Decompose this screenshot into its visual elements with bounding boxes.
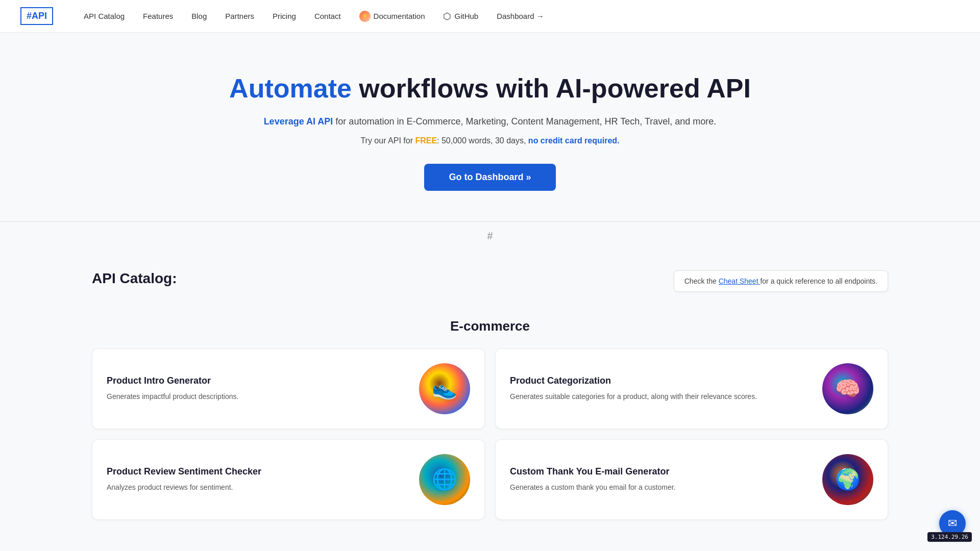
trial-nocredit: no credit card required.	[528, 136, 620, 145]
card-product-review-image: 🌐	[419, 454, 470, 505]
nav-pricing[interactable]: Pricing	[273, 12, 296, 20]
catalog-title: API Catalog:	[92, 270, 177, 287]
go-to-dashboard-button[interactable]: Go to Dashboard »	[424, 164, 555, 191]
hero-title-accent: Automate	[229, 73, 352, 103]
nav-github[interactable]: ⬡ GitHub	[443, 11, 478, 22]
card-product-review[interactable]: Product Review Sentiment Checker Analyze…	[92, 439, 485, 520]
dashboard-label: Dashboard →	[497, 12, 544, 20]
hero-section: Automate workflows with AI-powered API L…	[0, 33, 980, 221]
cheatsheet-notice: Check the Cheat Sheet for a quick refere…	[674, 270, 888, 292]
docs-label: Documentation	[374, 12, 425, 20]
nav-blog[interactable]: Blog	[191, 12, 207, 20]
divider-hash: #	[487, 230, 493, 242]
section-divider: #	[0, 221, 980, 250]
cheatsheet-suffix: for a quick reference to all endpoints.	[760, 277, 877, 285]
docs-icon: ⚡	[359, 11, 371, 22]
nav-contact[interactable]: Contact	[314, 12, 341, 20]
trial-middle: : 50,000 words, 30 days,	[437, 136, 528, 145]
ecommerce-section: E-commerce Product Intro Generator Gener…	[0, 318, 980, 540]
card-custom-thankyou[interactable]: Custom Thank You E-mail Generator Genera…	[495, 439, 888, 520]
hero-subtitle-rest: for automation in E-Commerce, Marketing,…	[333, 116, 716, 127]
card-custom-thankyou-title: Custom Thank You E-mail Generator	[510, 466, 812, 477]
card-product-intro[interactable]: Product Intro Generator Generates impact…	[92, 348, 485, 429]
card-custom-thankyou-desc: Generates a custom thank you email for a…	[510, 482, 812, 493]
card-product-review-desc: Analyzes product reviews for sentiment.	[107, 482, 409, 493]
card-product-categorization-title: Product Categorization	[510, 375, 812, 386]
ecommerce-title: E-commerce	[92, 318, 888, 334]
card-product-categorization[interactable]: Product Categorization Generates suitabl…	[495, 348, 888, 429]
card-product-intro-text: Product Intro Generator Generates impact…	[107, 375, 409, 402]
nav-features[interactable]: Features	[143, 12, 173, 20]
github-icon: ⬡	[443, 11, 451, 22]
card-product-intro-title: Product Intro Generator	[107, 375, 409, 386]
catalog-section: API Catalog: Check the Cheat Sheet for a…	[0, 250, 980, 318]
chat-icon: ✉	[948, 517, 957, 530]
card-product-review-text: Product Review Sentiment Checker Analyze…	[107, 466, 409, 493]
github-label: GitHub	[454, 12, 478, 20]
nav-dashboard[interactable]: Dashboard →	[497, 12, 544, 20]
cards-grid: Product Intro Generator Generates impact…	[92, 348, 888, 520]
cheatsheet-link[interactable]: Cheat Sheet	[719, 277, 761, 285]
card-product-review-title: Product Review Sentiment Checker	[107, 466, 409, 477]
card-product-categorization-image: 🧠	[822, 363, 873, 414]
nav-documentation[interactable]: ⚡ Documentation	[359, 11, 425, 22]
catalog-header: API Catalog: Check the Cheat Sheet for a…	[92, 270, 888, 292]
nav-links: API Catalog Features Blog Partners Prici…	[84, 11, 960, 22]
card-product-intro-image: 👟	[419, 363, 470, 414]
card-custom-thankyou-text: Custom Thank You E-mail Generator Genera…	[510, 466, 812, 493]
hero-title-rest: workflows with AI-powered API	[352, 73, 751, 103]
hero-subtitle: Leverage AI API for automation in E-Comm…	[20, 116, 960, 127]
navbar: #API API Catalog Features Blog Partners …	[0, 0, 980, 33]
card-product-categorization-desc: Generates suitable categories for a prod…	[510, 391, 812, 402]
logo[interactable]: #API	[20, 7, 53, 25]
hero-trial: Try our API for FREE: 50,000 words, 30 d…	[20, 136, 960, 145]
hero-title: Automate workflows with AI-powered API	[20, 73, 960, 104]
chat-widget-badge: 3.124.29.26	[927, 532, 972, 540]
nav-api-catalog[interactable]: API Catalog	[84, 12, 125, 20]
card-product-categorization-text: Product Categorization Generates suitabl…	[510, 375, 812, 402]
trial-free: FREE	[415, 136, 437, 145]
cheatsheet-prefix: Check the	[684, 277, 719, 285]
hero-subtitle-link[interactable]: Leverage AI API	[264, 116, 333, 127]
card-product-intro-desc: Generates impactful product descriptions…	[107, 391, 409, 402]
trial-prefix: Try our API for	[360, 136, 415, 145]
nav-partners[interactable]: Partners	[225, 12, 254, 20]
card-custom-thankyou-image: 🌍	[822, 454, 873, 505]
